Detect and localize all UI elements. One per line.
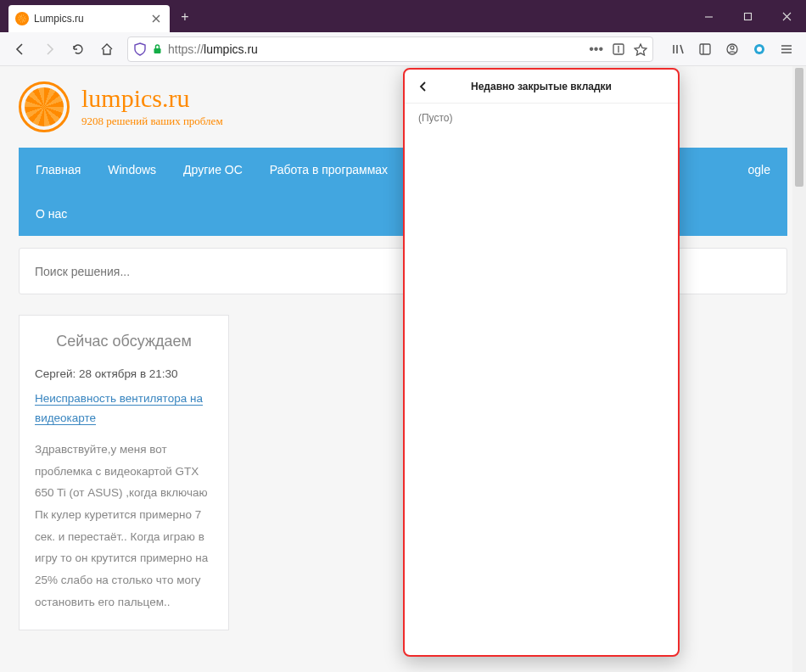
nav-item-windows[interactable]: Windows [94,148,170,192]
panel-title: Недавно закрытые вкладки [434,81,649,92]
bookmark-star-icon[interactable] [634,42,647,56]
discussion-meta: Сергей: 28 октября в 21:30 [35,366,213,383]
discussion-sidebar: Сейчас обсуждаем Сергей: 28 октября в 21… [19,315,229,630]
app-menu-button[interactable] [774,36,799,62]
library-button[interactable] [665,36,691,62]
url-bar[interactable]: https://lumpics.ru ••• [127,36,653,62]
site-tagline: 9208 решений ваших проблем [81,115,223,128]
nav-forward-button[interactable] [36,36,63,63]
discussion-link[interactable]: Неисправность вентилятора на видеокарте [35,392,203,425]
toolbar-actions [665,36,799,62]
page-viewport: lumpics.ru 9208 решений ваших проблем Гл… [0,66,806,672]
svg-rect-3 [700,44,710,54]
recently-closed-panel: Недавно закрытые вкладки (Пусто) [403,68,680,657]
new-tab-button[interactable]: + [173,5,197,29]
reload-button[interactable] [64,36,92,63]
panel-back-button[interactable] [413,76,434,97]
shield-icon[interactable] [133,42,147,56]
svg-point-5 [730,46,734,49]
account-button[interactable] [719,36,745,62]
discussion-body: Здравствуйте,у меня вот проблемка с виде… [35,439,213,613]
nav-back-button[interactable] [7,36,34,63]
site-logo[interactable] [19,81,70,132]
window-close-button[interactable] [767,0,806,32]
reader-icon[interactable] [612,42,625,56]
url-text: https://lumpics.ru [168,42,584,56]
tab-favicon [15,12,29,25]
svg-point-7 [757,47,762,52]
svg-rect-1 [154,48,161,53]
window-titlebar: Lumpics.ru + [0,0,806,32]
ellipsis-icon[interactable]: ••• [589,42,603,57]
sidebar-toggle-button[interactable] [692,36,718,62]
nav-item-google-cut[interactable]: ogle [735,148,784,192]
page-scrollbar[interactable] [792,66,806,672]
scrollbar-thumb[interactable] [795,68,803,187]
nav-item-software[interactable]: Работа в программах [256,148,401,192]
nav-item-about[interactable]: О нас [22,192,81,236]
extension-icon[interactable] [747,36,772,62]
nav-item-other-os[interactable]: Другие ОС [170,148,256,192]
home-button[interactable] [93,36,120,63]
window-controls [689,0,806,32]
url-page-actions: ••• [589,42,647,57]
site-name: lumpics.ru [81,86,223,111]
nav-item-home[interactable]: Главная [22,148,94,192]
svg-rect-0 [744,13,751,20]
minimize-button[interactable] [689,0,728,32]
browser-tab[interactable]: Lumpics.ru [8,5,170,32]
discussion-title: Сейчас обсуждаем [35,333,213,350]
panel-header: Недавно закрытые вкладки [405,70,678,104]
panel-empty-text: (Пусто) [405,104,678,132]
browser-toolbar: https://lumpics.ru ••• [0,32,806,66]
tab-title: Lumpics.ru [34,13,144,25]
maximize-button[interactable] [728,0,767,32]
lock-icon[interactable] [152,43,163,54]
close-icon[interactable] [149,12,163,25]
